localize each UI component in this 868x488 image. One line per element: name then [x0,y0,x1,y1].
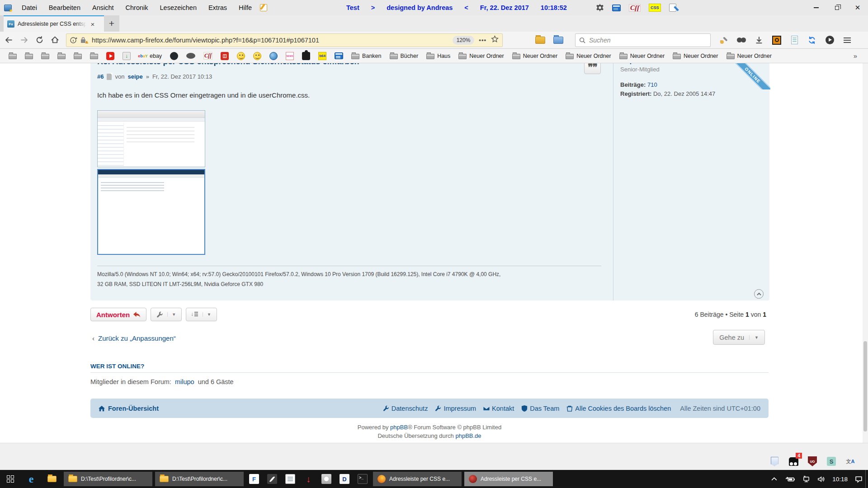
bookmark-smiley-1[interactable] [233,50,249,62]
bookmark-folder[interactable] [70,50,86,62]
pinned-photo-icon[interactable] [317,470,335,488]
network-icon[interactable] [802,475,810,483]
restore-button[interactable] [826,0,847,15]
bookmark-folder[interactable] [5,50,21,62]
theme-brush-icon[interactable] [718,34,730,46]
url-bar[interactable]: ! 120% ••• [66,33,503,47]
pinned-notepad-icon[interactable] [281,470,299,488]
bookmark-folder-named[interactable]: Bücher [386,50,423,62]
edge-icon[interactable]: e [21,470,42,488]
bookmark-smiley-2[interactable] [249,50,265,62]
privacy-mask-icon[interactable] [736,34,747,46]
bookmarks-folder-icon[interactable] [553,37,563,44]
bookmark-github[interactable] [166,50,182,62]
imprint-link[interactable]: Impressum [435,405,476,412]
reload-button[interactable] [33,33,46,47]
menu-item[interactable]: Lesezeichen [160,4,197,11]
window-panel-icon[interactable] [612,5,621,11]
delete-cookies-link[interactable]: Alle Cookies des Boards löschen [566,405,671,412]
bookmark-window-site[interactable] [330,50,347,62]
post-number-link[interactable]: #6 [97,73,104,80]
contact-link[interactable]: Kontakt [483,405,514,412]
menu-item[interactable]: Ansicht [92,4,114,11]
bookmark-folder[interactable] [53,50,70,62]
new-tab-button[interactable]: + [104,15,119,32]
active-tab[interactable]: Fx Adressleiste per CSS entspr × [4,15,104,32]
show-desktop-button[interactable] [865,470,868,488]
forum-overview-link[interactable]: Foren-Übersicht [99,405,159,412]
edit-notepad-icon[interactable] [669,4,676,12]
menu-item[interactable]: Extras [208,4,227,11]
qwant-icon[interactable] [771,34,783,46]
ublock-origin-icon[interactable]: UO [807,456,817,466]
battery-icon[interactable] [785,475,795,483]
phpbb-link[interactable]: phpBB [390,424,408,431]
bookmark-folder[interactable] [37,50,53,62]
bookmark-folder-named[interactable]: Neuer Ordner [561,50,615,62]
bookmark-news[interactable]: NEWS [282,50,298,62]
back-to-top-button[interactable] [754,289,764,299]
search-input[interactable] [589,37,707,44]
video-play-icon[interactable] [824,34,835,46]
import-bookmarks-folder-icon[interactable] [535,37,545,44]
pinned-quill-icon[interactable] [263,470,281,488]
taskbar-clock[interactable]: 10:18 [832,476,848,483]
bookmarks-overflow-chevron[interactable]: » [847,52,863,60]
attachment-thumbnail-1[interactable] [97,110,205,167]
bookmark-downloader[interactable] [118,50,135,62]
bluepage-addon-icon[interactable] [769,456,779,466]
quote-button[interactable]: ❞❞ [584,63,601,74]
taskbar-window-explorer-1[interactable]: D:\Test\Profilordner\c... [64,472,152,486]
bookmark-folder-named[interactable]: Neuer Ordner [615,50,669,62]
tab-close-icon[interactable]: × [88,20,97,28]
forward-button[interactable] [17,33,31,47]
pinned-f-icon[interactable]: F [245,470,263,488]
bookmark-base64[interactable]: b64 [314,50,330,62]
taskbar-window-browser-active[interactable]: Adressleiste per CSS e... [464,472,553,486]
gear-icon[interactable] [596,4,604,12]
bookmark-folder-named[interactable]: Haus [422,50,454,62]
menu-item[interactable]: Datei [22,4,37,11]
team-link[interactable]: Das Team [521,405,559,412]
sync-icon[interactable] [806,34,818,46]
back-to-forum-link[interactable]: Zurück zu „Anpassungen“ [98,334,176,342]
minimize-button[interactable] [806,0,826,15]
reply-button[interactable]: Antworten [90,308,146,321]
member-milupo-link[interactable]: milupo [175,378,194,385]
bookmark-folder[interactable] [86,50,102,62]
cfs-addon-icon[interactable]: Cſſ [629,4,641,12]
topic-tools-button[interactable]: ▼ [151,308,182,321]
back-button[interactable] [2,33,15,47]
bookmark-folder-named[interactable]: Neuer Ordner [454,50,508,62]
close-button[interactable]: ✕ [847,0,868,15]
bookmark-camp-firefox[interactable]: Cſſ [199,50,217,62]
menu-item[interactable]: Hilfe [239,4,252,11]
zoom-level-badge[interactable]: 120% [453,36,475,45]
bookmark-addon[interactable] [298,50,314,62]
mixed-content-lock-icon[interactable]: ! [80,37,88,44]
bookmark-dark-site[interactable] [182,50,199,62]
taskbar-window-firefox[interactable]: Adressleiste per CSS e... [373,472,462,486]
profile-username-link[interactable]: seipe [620,63,637,64]
bookmark-folder-named[interactable]: Neuer Ordner [722,50,776,62]
action-center-icon[interactable] [855,475,863,483]
menu-hamburger-icon[interactable] [841,34,853,46]
bookmark-ebay[interactable]: ebaYebay [135,50,166,62]
notes-extension-icon[interactable] [260,4,267,11]
attachment-thumbnail-2[interactable] [97,169,205,255]
stylish-icon[interactable]: S [826,456,836,466]
search-bar[interactable] [575,33,711,47]
bookmark-folder-named[interactable]: Banken [347,50,385,62]
pinned-download-icon[interactable]: ↓ [299,470,317,488]
url-input[interactable] [92,37,453,44]
bookmark-youtube[interactable] [102,50,118,62]
menu-item[interactable]: Bearbeiten [49,4,80,11]
menu-item[interactable]: Chronik [126,4,148,11]
pinned-d-icon[interactable]: D [335,470,354,488]
css-addon-icon[interactable]: CSS [649,4,661,12]
bookmark-red-site[interactable]: ◫ [217,50,233,62]
goto-dropdown-button[interactable]: Gehe zu ▼ [713,330,765,345]
speaker-icon[interactable] [817,475,825,483]
pinned-console-icon[interactable]: >_ [354,470,372,488]
posts-count-link[interactable]: 710 [647,81,657,88]
